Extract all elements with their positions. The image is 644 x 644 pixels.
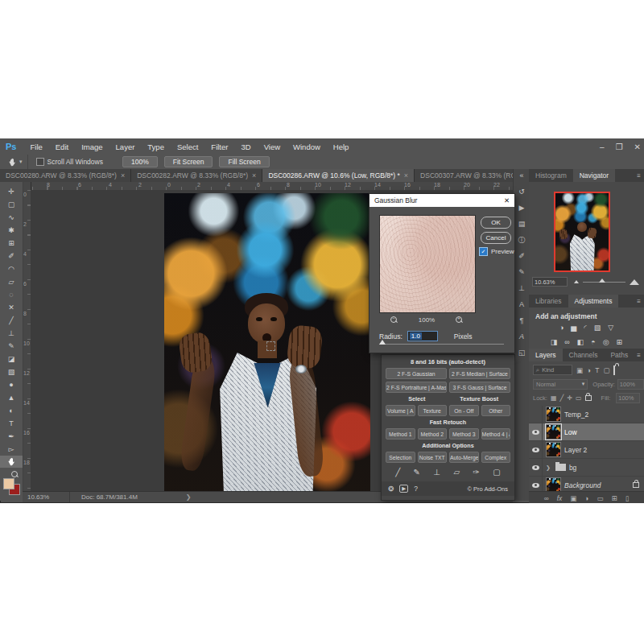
zoom-in-icon[interactable]: +: [456, 316, 463, 324]
info-icon[interactable]: ⓘ: [514, 233, 530, 246]
new-group-icon[interactable]: ▭: [597, 494, 604, 502]
other-button[interactable]: Other: [481, 405, 511, 416]
radius-slider[interactable]: [379, 344, 504, 345]
fit-screen-button[interactable]: Fit Screen: [164, 156, 213, 167]
restore-button[interactable]: ❐: [616, 142, 623, 151]
visibility-toggle[interactable]: [529, 441, 543, 458]
selection-button[interactable]: Selection: [386, 452, 415, 463]
character-panel-icon[interactable]: A: [514, 298, 530, 311]
gradient-tool[interactable]: ▧: [0, 365, 23, 378]
visibility-toggle[interactable]: [529, 423, 543, 440]
status-options-arrow[interactable]: ❯: [186, 493, 192, 501]
menu-select[interactable]: Select: [171, 142, 204, 151]
new-adjustment-icon[interactable]: ◑: [584, 494, 588, 502]
lock-pixels-icon[interactable]: ╱: [560, 394, 564, 402]
delete-layer-icon[interactable]: ▯: [625, 494, 630, 502]
dodge-tool[interactable]: ◐: [0, 404, 23, 416]
method-1-button[interactable]: Method 1: [386, 428, 415, 440]
filter-shape-icon[interactable]: ▢: [603, 366, 609, 374]
zoom-in-large-icon[interactable]: [630, 279, 639, 285]
glyphs-panel-icon[interactable]: A: [514, 330, 530, 343]
type-tool[interactable]: T: [0, 417, 23, 429]
tab-dsc00286-active[interactable]: DSC00286.ARW @ 10.6% (Low, RGB/8*) *×: [262, 169, 415, 182]
visibility-toggle[interactable]: [529, 459, 543, 476]
dialog-title-bar[interactable]: Gaussian Blur ✕: [369, 194, 514, 207]
levels-icon[interactable]: ▅: [571, 324, 576, 332]
tool-presets-icon[interactable]: ▤: [514, 217, 530, 230]
black-white-icon[interactable]: ◧: [577, 338, 584, 346]
clone-source-icon[interactable]: ⊥: [514, 282, 530, 295]
spot-healing-brush-tool[interactable]: ◠: [0, 262, 23, 275]
menu-image[interactable]: Image: [75, 142, 109, 151]
color-balance-icon[interactable]: ∞: [564, 338, 569, 346]
patch-tool[interactable]: ◌: [0, 288, 23, 300]
crop-tool[interactable]: ⊞: [0, 237, 23, 249]
tab-paths[interactable]: Paths: [604, 349, 634, 361]
navigator-zoom-slider[interactable]: [583, 282, 625, 283]
menu-type[interactable]: Type: [141, 142, 171, 151]
opacity-value[interactable]: 100%: [617, 379, 644, 390]
slider-thumb[interactable]: [599, 279, 605, 283]
marquee-tool[interactable]: ▢: [0, 198, 23, 210]
vibrance-icon[interactable]: ▽: [608, 324, 613, 332]
clone-stamp-icon[interactable]: ⊥: [433, 468, 440, 477]
lock-all-icon[interactable]: [585, 395, 592, 401]
fill-value[interactable]: 100%: [616, 393, 640, 403]
panel-menu-icon[interactable]: ≡: [637, 352, 642, 359]
healing-brush-tool[interactable]: ▱: [0, 275, 23, 287]
foreground-color-swatch[interactable]: [3, 478, 14, 489]
zoom-100-button[interactable]: 100%: [122, 156, 158, 167]
healing-icon[interactable]: ▱: [453, 468, 460, 477]
eyedropper-tool[interactable]: ✐: [0, 250, 23, 262]
hue-saturation-icon[interactable]: ◨: [551, 338, 558, 346]
tab-navigator[interactable]: Navigator: [573, 169, 615, 182]
close-icon[interactable]: ×: [404, 171, 408, 180]
new-layer-icon[interactable]: ⊞: [612, 494, 617, 502]
menu-window[interactable]: Window: [287, 142, 327, 151]
navigator-thumbnail[interactable]: [554, 192, 610, 272]
layer-thumbnail[interactable]: [546, 442, 561, 457]
frame-icon[interactable]: ▢: [493, 468, 500, 477]
ok-button[interactable]: OK: [481, 217, 511, 229]
document-image[interactable]: [164, 193, 370, 491]
help-icon[interactable]: ?: [414, 485, 418, 493]
panel-menu-icon[interactable]: ≡: [637, 298, 642, 305]
history-icon[interactable]: ↺: [514, 185, 530, 198]
method-4-button[interactable]: Method 4 | A: [481, 428, 511, 440]
link-layers-icon[interactable]: ∞: [544, 494, 549, 502]
layer-filter-kind-select[interactable]: ⌕Kind: [533, 365, 572, 375]
exposure-icon[interactable]: ▧: [594, 324, 601, 332]
layer-row-bg-group[interactable]: ❯ bg: [529, 459, 644, 477]
properties-panel-icon[interactable]: ◱: [514, 346, 530, 359]
tab-dsc00280[interactable]: DSC00280.ARW @ 8.33% (RGB/8*)×: [0, 169, 131, 182]
tab-dsc00282[interactable]: DSC00282.ARW @ 8.33% (RGB/8*)×: [131, 169, 262, 182]
brush-settings-icon[interactable]: ✐: [514, 250, 530, 262]
fill-screen-button[interactable]: Fill Screen: [219, 156, 269, 167]
blend-mode-select[interactable]: Normal▾: [533, 379, 588, 390]
sharpen-tool[interactable]: ▲: [0, 391, 23, 403]
mixer-brush-icon[interactable]: ✎: [414, 468, 420, 477]
layer-row-temp2[interactable]: Temp_2: [529, 406, 644, 423]
color-lookup-icon[interactable]: ⊞: [617, 338, 623, 346]
history-brush-tool[interactable]: ✎: [0, 340, 23, 352]
preview-checkbox[interactable]: ✓: [479, 247, 488, 256]
curves-icon[interactable]: ◜: [584, 324, 587, 332]
menu-help[interactable]: Help: [327, 142, 356, 151]
lock-artboard-icon[interactable]: ▭: [576, 394, 582, 402]
brightness-contrast-icon[interactable]: ◑: [559, 324, 564, 332]
tab-libraries[interactable]: Libraries: [529, 295, 568, 308]
texture-button[interactable]: Texture: [418, 405, 448, 416]
scroll-all-windows-checkbox[interactable]: [36, 158, 44, 166]
current-tool-badge[interactable]: ▾: [0, 155, 28, 169]
menu-layer[interactable]: Layer: [109, 142, 142, 151]
path-selection-tool[interactable]: ▻: [0, 443, 23, 455]
pen-tool[interactable]: ✒: [0, 430, 23, 442]
zoom-out-small-icon[interactable]: [574, 280, 579, 283]
volume-a-button[interactable]: Volume | A: [386, 405, 415, 416]
minimize-button[interactable]: –: [600, 142, 605, 151]
shutter-icon[interactable]: ❂: [388, 485, 394, 493]
filter-type-icon[interactable]: T: [595, 366, 599, 374]
filter-smart-object-icon[interactable]: [613, 366, 615, 374]
photo-filter-icon[interactable]: ◓: [591, 338, 595, 346]
actions-icon[interactable]: ▶: [514, 201, 530, 214]
